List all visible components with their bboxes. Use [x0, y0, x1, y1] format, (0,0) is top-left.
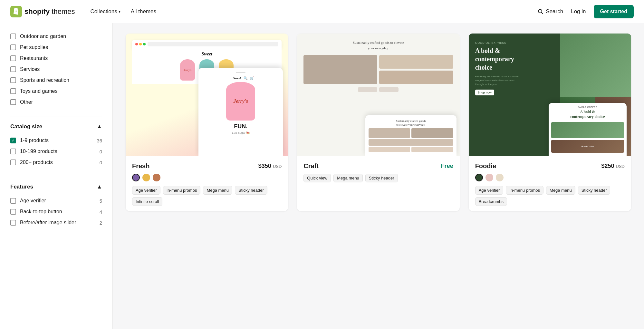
filter-sports-recreation[interactable]: Sports and recreation: [10, 75, 102, 86]
filter-other[interactable]: Other: [10, 97, 102, 108]
foodie-theme-name: Foodie: [475, 162, 496, 170]
checkbox-restaurants[interactable]: [10, 55, 16, 61]
filter-200-plus-products[interactable]: 200+ products 0: [10, 157, 102, 168]
features-header[interactable]: Features ▲: [10, 184, 102, 190]
checkbox-sports-recreation[interactable]: [10, 77, 16, 83]
login-button[interactable]: Log in: [571, 8, 586, 15]
feature-tag[interactable]: In-menu promos: [506, 186, 543, 195]
catalog-size-section: Catalog size ▲ ✓ 1-9 products 36 10-199 …: [10, 123, 102, 168]
fresh-card-info: Fresh $350 USD Age verifier In-menu prom…: [126, 156, 288, 211]
foodie-theme-price: $250 USD: [601, 163, 625, 169]
foodie-swatch-cream[interactable]: [496, 174, 504, 181]
feature-tag[interactable]: Breadcrumbs: [475, 197, 507, 206]
search-icon: [537, 8, 544, 15]
checkbox-200-plus-products[interactable]: [10, 160, 16, 165]
catalog-size-header[interactable]: Catalog size ▲: [10, 123, 102, 130]
features-section: Features ▲ Age verifier 5 Back-to-top bu…: [10, 184, 102, 228]
craft-theme-name: Craft: [303, 162, 319, 170]
chevron-up-icon-features: ▲: [97, 184, 102, 190]
filter-10-199-products[interactable]: 10-199 products 0: [10, 146, 102, 157]
collections-nav-link[interactable]: Collections ▾: [91, 8, 120, 15]
foodie-swatch-green[interactable]: [475, 174, 483, 181]
filter-1-9-products[interactable]: ✓ 1-9 products 36: [10, 135, 102, 146]
checkbox-1-9-products[interactable]: ✓: [10, 138, 16, 143]
chevron-down-icon: ▾: [119, 9, 120, 14]
feature-tag[interactable]: Sticky header: [578, 186, 610, 195]
fresh-swatch-brown[interactable]: [153, 174, 160, 181]
foodie-swatch-pink[interactable]: [485, 174, 493, 181]
navbar: shopify themes Collections ▾ All themes …: [0, 0, 644, 23]
fresh-feature-tags: Age verifier In-menu promos Mega menu St…: [132, 186, 282, 206]
nav-right: Search Log in Get started: [537, 5, 634, 18]
divider-1: [10, 117, 102, 117]
filter-pet-supplies[interactable]: Pet supplies: [10, 42, 102, 53]
foodie-card-info: Foodie $250 USD Age verifier In-menu pro…: [469, 156, 631, 211]
filter-outdoor-garden[interactable]: Outdoor and garden: [10, 31, 102, 42]
sidebar: Outdoor and garden Pet supplies Restaura…: [0, 23, 113, 329]
fresh-swatch-yellow[interactable]: [142, 174, 150, 181]
logo-text: shopify themes: [24, 7, 75, 16]
chevron-up-icon: ▲: [97, 123, 102, 130]
craft-feature-tags: Quick view Mega menu Sticky header: [303, 174, 453, 182]
nav-links: Collections ▾ All themes: [91, 8, 538, 15]
craft-card-info: Craft Free Quick view Mega menu Sticky h…: [297, 156, 459, 188]
filter-toys-games[interactable]: Toys and games: [10, 86, 102, 97]
filter-services[interactable]: Services: [10, 64, 102, 75]
divider-2: [10, 177, 102, 177]
feature-tag[interactable]: Mega menu: [333, 174, 363, 182]
feature-tag[interactable]: Sticky header: [235, 186, 267, 195]
theme-card-fresh[interactable]: Sweet Jerry's Jerry's Jerry's ☰Sweet�: [126, 34, 288, 211]
checkbox-back-to-top[interactable]: [10, 209, 16, 215]
all-themes-nav-link[interactable]: All themes: [131, 8, 156, 15]
filter-back-to-top[interactable]: Back-to-top button 4: [10, 206, 102, 217]
feature-tag[interactable]: Age verifier: [475, 186, 504, 195]
logo-area[interactable]: shopify themes: [10, 6, 75, 17]
foodie-feature-tags: Age verifier In-menu promos Mega menu St…: [475, 186, 625, 206]
checkbox-other[interactable]: [10, 99, 16, 105]
feature-tag[interactable]: Sticky header: [365, 174, 398, 182]
theme-card-foodie[interactable]: GOOD OL' EXPRESS A bold &contemporarycho…: [469, 34, 631, 211]
craft-theme-price: Free: [441, 163, 453, 169]
search-button[interactable]: Search: [537, 8, 563, 15]
feature-tag[interactable]: Quick view: [303, 174, 331, 182]
filter-before-after-slider[interactable]: Before/after image slider 2: [10, 217, 102, 228]
filter-age-verifier[interactable]: Age verifier 5: [10, 195, 102, 206]
theme-preview-fresh: Sweet Jerry's Jerry's Jerry's ☰Sweet�: [126, 34, 288, 156]
checkbox-before-after-slider[interactable]: [10, 220, 16, 226]
checkbox-age-verifier[interactable]: [10, 198, 16, 204]
foodie-color-swatches: [475, 174, 625, 181]
feature-tag[interactable]: Infinite scroll: [132, 197, 162, 206]
theme-preview-foodie: GOOD OL' EXPRESS A bold &contemporarycho…: [469, 34, 631, 156]
theme-card-craft[interactable]: Sustainably crafted goods to elevateyour…: [297, 34, 459, 211]
checkbox-pet-supplies[interactable]: [10, 44, 16, 50]
feature-tag[interactable]: Mega menu: [203, 186, 232, 195]
checkbox-outdoor-garden[interactable]: [10, 34, 16, 39]
themes-grid: Sweet Jerry's Jerry's Jerry's ☰Sweet�: [126, 34, 631, 211]
get-started-button[interactable]: Get started: [594, 5, 634, 18]
theme-preview-craft: Sustainably crafted goods to elevateyour…: [297, 34, 459, 156]
fresh-theme-name: Fresh: [132, 162, 149, 170]
page-layout: Outdoor and garden Pet supplies Restaura…: [0, 23, 644, 329]
filter-restaurants[interactable]: Restaurants: [10, 53, 102, 64]
shopify-logo-icon: [10, 6, 22, 17]
checkbox-10-199-products[interactable]: [10, 149, 16, 154]
fresh-color-swatches: [132, 174, 282, 181]
feature-tag[interactable]: Age verifier: [132, 186, 160, 195]
checkbox-services[interactable]: [10, 66, 16, 72]
category-filter-section: Outdoor and garden Pet supplies Restaura…: [10, 31, 102, 108]
fresh-swatch-purple[interactable]: [132, 174, 140, 181]
fresh-theme-price: $350 USD: [258, 163, 282, 169]
feature-tag[interactable]: Mega menu: [546, 186, 575, 195]
main-content: Sweet Jerry's Jerry's Jerry's ☰Sweet�: [113, 23, 644, 329]
feature-tag[interactable]: In-menu promos: [163, 186, 201, 195]
checkbox-toys-games[interactable]: [10, 88, 16, 94]
